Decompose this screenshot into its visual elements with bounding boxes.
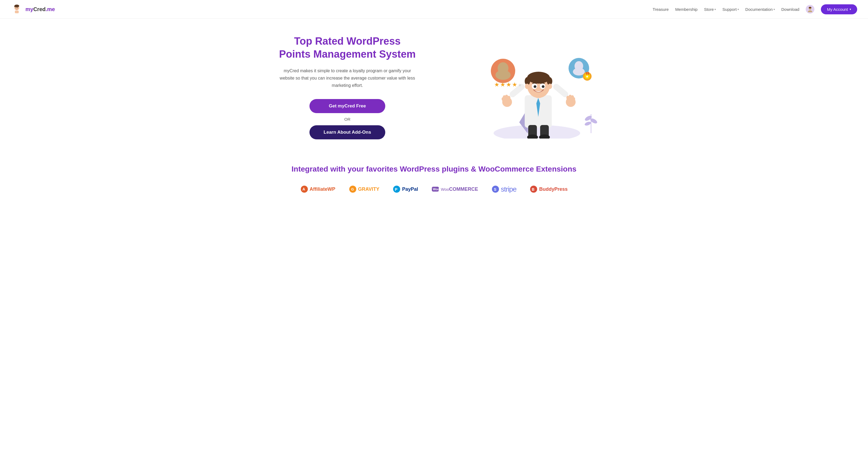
main-nav: Treasure Membership Store ▾ Support ▾ Do… xyxy=(652,4,857,14)
store-dropdown-arrow: ▾ xyxy=(714,8,716,11)
svg-point-9 xyxy=(809,7,811,8)
svg-text:★: ★ xyxy=(518,83,522,88)
hero-title: Top Rated WordPress Points Management Sy… xyxy=(277,35,418,61)
svg-point-56 xyxy=(573,68,585,75)
svg-text:★: ★ xyxy=(586,75,589,78)
nav-download[interactable]: Download xyxy=(781,7,800,12)
logo-avatar-icon xyxy=(11,3,23,15)
svg-rect-36 xyxy=(552,82,569,99)
svg-point-8 xyxy=(808,10,812,12)
svg-point-29 xyxy=(542,85,545,88)
support-dropdown-arrow: ▾ xyxy=(738,8,739,11)
svg-point-21 xyxy=(527,72,550,83)
documentation-dropdown-arrow: ▾ xyxy=(774,8,775,11)
svg-point-4 xyxy=(16,8,16,8)
stripe-logo[interactable]: S stripe xyxy=(492,185,517,194)
nav-treasure[interactable]: Treasure xyxy=(652,7,669,12)
nav-documentation[interactable]: Documentation ▾ xyxy=(745,7,775,12)
paypal-icon: P xyxy=(393,185,400,193)
buddypress-logo[interactable]: B BuddyPress xyxy=(530,185,567,193)
partner-logos-row: A AffiliateWP G GRAVITY P PayPal Woo xyxy=(11,185,857,194)
gravity-logo[interactable]: G GRAVITY xyxy=(349,185,379,193)
hero-buttons: Get myCred Free OR Learn About Add-Ons xyxy=(277,99,418,139)
hero-description: myCred makes it simple to create a loyal… xyxy=(277,67,418,89)
svg-point-48 xyxy=(495,70,510,80)
woocommerce-icon: Woo xyxy=(432,185,439,193)
affiliatewp-logo[interactable]: A AffiliateWP xyxy=(301,185,336,193)
nav-store[interactable]: Store ▾ xyxy=(704,7,716,12)
svg-rect-3 xyxy=(14,6,16,7)
nav-user-avatar[interactable] xyxy=(806,5,814,13)
integrations-title: Integrated with your favorites WordPress… xyxy=(11,164,857,174)
hero-illustration-svg: ★ ★ ★ ★ ★ ★ xyxy=(477,36,602,139)
svg-rect-6 xyxy=(15,10,19,13)
svg-point-25 xyxy=(548,83,552,89)
svg-point-24 xyxy=(525,83,529,89)
affiliatewp-icon: A xyxy=(301,185,308,193)
hero-section: Top Rated WordPress Points Management Sy… xyxy=(245,19,623,150)
svg-text:B: B xyxy=(532,187,534,192)
svg-rect-60 xyxy=(586,72,587,75)
svg-text:Woo: Woo xyxy=(433,188,439,191)
svg-text:P: P xyxy=(395,187,398,192)
stripe-icon: S xyxy=(492,185,499,193)
svg-text:G: G xyxy=(351,187,354,191)
logo-text: myCred.me xyxy=(26,6,55,12)
hero-content: Top Rated WordPress Points Management Sy… xyxy=(277,35,418,139)
buddypress-icon: B xyxy=(530,185,537,193)
svg-point-28 xyxy=(534,85,536,88)
header: myCred.me Treasure Membership Store ▾ Su… xyxy=(0,0,868,19)
nav-membership[interactable]: Membership xyxy=(675,7,698,12)
svg-point-16 xyxy=(584,121,592,126)
gravity-icon: G xyxy=(349,185,356,193)
woocommerce-logo[interactable]: Woo WooWooCommerceCOMMERCE xyxy=(432,185,478,193)
get-mycred-free-button[interactable]: Get myCred Free xyxy=(309,99,385,113)
svg-point-5 xyxy=(17,8,18,8)
integrations-section: Integrated with your favorites WordPress… xyxy=(0,150,868,210)
my-account-dropdown-arrow: ▾ xyxy=(849,8,851,11)
user-avatar-icon xyxy=(807,6,813,12)
svg-text:A: A xyxy=(303,187,305,191)
svg-text:★: ★ xyxy=(494,81,499,88)
svg-rect-61 xyxy=(588,72,589,75)
svg-text:★: ★ xyxy=(512,81,517,88)
logo[interactable]: myCred.me xyxy=(11,3,55,15)
svg-text:★: ★ xyxy=(500,81,505,88)
or-divider: OR xyxy=(344,117,351,122)
my-account-button[interactable]: My Account ▾ xyxy=(821,4,857,14)
paypal-logo[interactable]: P PayPal xyxy=(393,185,418,193)
svg-text:★: ★ xyxy=(506,81,512,88)
learn-addons-button[interactable]: Learn About Add-Ons xyxy=(309,125,385,139)
hero-illustration: ★ ★ ★ ★ ★ ★ xyxy=(477,36,602,139)
svg-text:S: S xyxy=(494,187,496,192)
nav-support[interactable]: Support ▾ xyxy=(722,7,739,12)
